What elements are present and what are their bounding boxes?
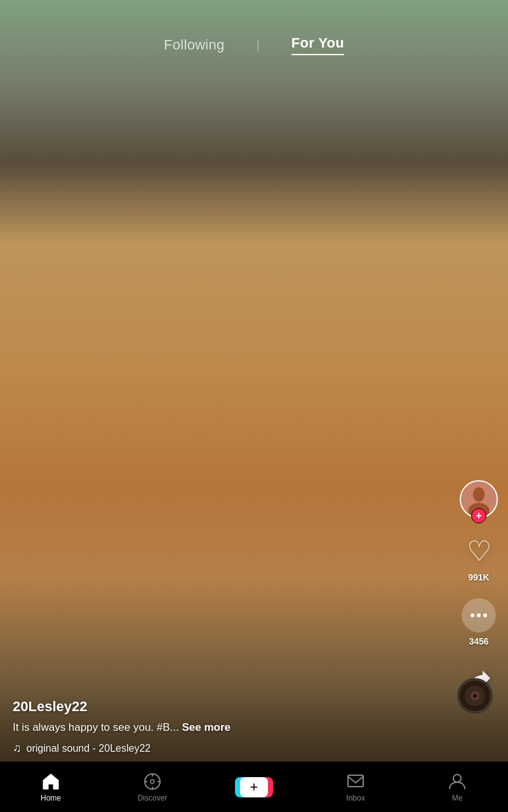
me-icon — [448, 772, 467, 791]
nav-item-create[interactable]: + — [229, 775, 279, 800]
svg-rect-13 — [348, 775, 363, 787]
nav-divider: | — [257, 38, 260, 53]
dot1 — [471, 613, 474, 617]
bottom-navigation: Home Discover + Inbox — [0, 761, 508, 812]
avatar-wrap[interactable]: + — [460, 480, 498, 518]
home-label: Home — [41, 794, 61, 802]
spinning-record — [457, 678, 493, 714]
me-label: Me — [452, 794, 463, 802]
comment-bubble — [462, 598, 496, 632]
for-you-tab[interactable]: For You — [285, 32, 351, 58]
home-icon — [41, 772, 60, 791]
caption-text: It is always happy to see you. #B... — [13, 721, 179, 733]
svg-point-14 — [453, 775, 461, 782]
add-btn-center: + — [240, 777, 268, 797]
like-icon-wrap[interactable]: ♡ — [461, 534, 497, 569]
svg-point-8 — [150, 780, 154, 783]
dot2 — [477, 613, 481, 617]
following-tab[interactable]: Following — [157, 34, 231, 56]
sound-info[interactable]: ♫ original sound - 20Lesley22 — [13, 742, 451, 755]
comment-action[interactable]: 3456 — [461, 598, 497, 646]
music-note-icon: ♫ — [13, 742, 22, 755]
creator-avatar-item[interactable]: + — [460, 480, 498, 518]
inbox-icon — [346, 772, 365, 791]
nav-item-discover[interactable]: Discover — [127, 772, 178, 802]
caption: It is always happy to see you. #B... See… — [13, 720, 451, 735]
svg-point-6 — [473, 694, 476, 697]
comment-dots — [471, 613, 487, 617]
plus-icon: + — [250, 780, 258, 794]
bottom-info: 20Lesley22 It is always happy to see you… — [13, 698, 451, 755]
discover-label: Discover — [138, 794, 168, 802]
sound-name: original sound - 20Lesley22 — [27, 743, 151, 754]
comment-count: 3456 — [469, 636, 488, 646]
nav-item-home[interactable]: Home — [25, 772, 76, 802]
inbox-label: Inbox — [346, 794, 364, 802]
follow-plus-badge[interactable]: + — [471, 508, 486, 523]
right-actions-sidebar: + ♡ 991K 3456 1256 — [460, 480, 498, 710]
like-count: 991K — [468, 572, 489, 582]
nav-item-me[interactable]: Me — [432, 772, 483, 802]
like-action[interactable]: ♡ 991K — [461, 534, 497, 582]
comment-icon-wrap[interactable] — [461, 598, 497, 633]
dot3 — [483, 613, 487, 617]
top-navigation: Following | For You — [0, 0, 508, 71]
svg-point-1 — [473, 487, 485, 501]
see-more-button[interactable]: See more — [182, 721, 231, 733]
heart-icon: ♡ — [467, 537, 491, 565]
create-button[interactable]: + — [235, 775, 273, 800]
nav-item-inbox[interactable]: Inbox — [330, 772, 381, 802]
discover-icon — [143, 772, 162, 791]
username[interactable]: 20Lesley22 — [13, 698, 451, 715]
